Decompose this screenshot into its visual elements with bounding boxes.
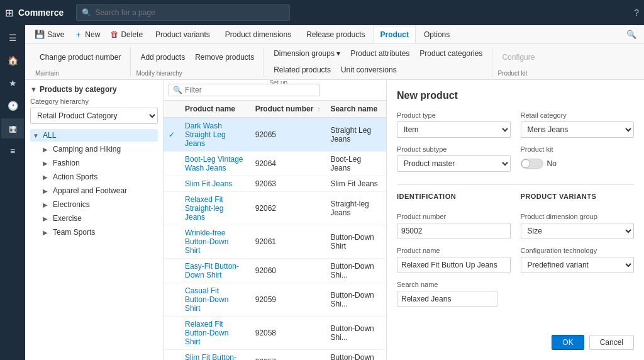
table-row: Easy-Fit Button-Down Shirt92060Button-Do…: [164, 259, 386, 283]
unit-conversions-btn[interactable]: Unit conversions: [336, 63, 401, 77]
product-name-cell[interactable]: Easy-Fit Button-Down Shirt: [180, 259, 250, 283]
new-icon: ＋: [74, 29, 82, 40]
field-product-dimension: Product dimension group Size: [521, 213, 635, 239]
top-nav: ⊞ Commerce 🔍 ?: [0, 0, 644, 25]
sidebar-icons: ☰ 🏠 ★ 🕐 ▦ ≡: [0, 25, 25, 360]
ribbon-btn-delete[interactable]: 🗑 Delete: [106, 27, 147, 42]
product-subtype-label: Product subtype: [397, 145, 511, 153]
form-row-number-dim: Product number Product dimension group S…: [397, 213, 634, 239]
products-toolbar: 🔍: [164, 80, 386, 101]
sidebar-recent-icon[interactable]: 🕐: [1, 96, 24, 116]
col-product-number[interactable]: Product number ↑: [250, 101, 326, 118]
config-tech-select[interactable]: Predefined variant: [521, 257, 635, 273]
filter-input[interactable]: [185, 86, 315, 94]
remove-products-btn[interactable]: Remove products: [191, 50, 258, 64]
check-icon: ✓: [169, 130, 175, 139]
retail-category-select[interactable]: Mens Jeans: [521, 121, 635, 138]
cancel-button[interactable]: Cancel: [589, 335, 634, 350]
field-product-name: Product name: [397, 247, 511, 273]
tab-options[interactable]: Options: [417, 26, 457, 43]
tree-item-electronics[interactable]: ▶ Electronics: [40, 198, 158, 211]
product-name-cell[interactable]: Slim Fit Jeans: [180, 176, 250, 192]
tree-item-camping[interactable]: ▶ Camping and Hiking: [40, 143, 158, 155]
ribbon-btn-new[interactable]: ＋ New: [70, 26, 104, 43]
ok-button[interactable]: OK: [552, 335, 584, 350]
product-type-select[interactable]: Item: [397, 121, 511, 138]
row-check-cell: [164, 192, 180, 225]
field-variants-header: PRODUCT VARIANTS: [521, 190, 635, 205]
tree-item-action[interactable]: ▶ Action Sports: [40, 171, 158, 183]
product-number-cell: 92060: [250, 259, 326, 283]
ribbon-search-icon[interactable]: 🔍: [624, 27, 639, 42]
col-search-name[interactable]: Search name: [325, 101, 386, 118]
apps-icon[interactable]: ⊞: [5, 7, 13, 19]
content-area: 💾 Save ＋ New 🗑 Delete Product variants P…: [25, 25, 644, 360]
tree-item-exercise[interactable]: ▶ Exercise: [40, 212, 158, 225]
search-name-input[interactable]: [397, 291, 497, 307]
filter-input-wrapper[interactable]: 🔍: [169, 84, 319, 96]
col-product-name[interactable]: Product name: [180, 101, 250, 118]
config-tech-label: Configuration technology: [521, 247, 635, 254]
tree-collapse-icon6: ▶: [43, 215, 50, 222]
table-row: Slim Fit Jeans92063Slim Fit Jeans: [164, 176, 386, 192]
product-name-cell[interactable]: Boot-Leg Vintage Wash Jeans: [180, 152, 250, 176]
product-subtype-select[interactable]: Product master: [397, 155, 511, 172]
category-dropdown[interactable]: Retail Product Category: [30, 108, 158, 124]
tree-item-fashion[interactable]: ▶ Fashion: [40, 157, 158, 169]
retail-category-label: Retail category: [521, 111, 635, 119]
product-name-cell[interactable]: Wrinkle-free Button-Down Shirt: [180, 225, 250, 259]
product-number-input[interactable]: [397, 223, 511, 239]
tab-product-dimensions[interactable]: Product dimensions: [218, 26, 298, 43]
table-row: Relaxed Fit Straight-leg Jeans92062Strai…: [164, 192, 386, 225]
sidebar-workspace-icon[interactable]: ▦: [1, 118, 24, 138]
product-name-cell[interactable]: Slim Fit Button-Down Shirt: [180, 350, 250, 361]
dimension-groups-btn[interactable]: Dimension groups ▾: [269, 47, 345, 60]
page-content: ▼ Products by category Category hierarch…: [25, 80, 644, 360]
product-name-cell[interactable]: Relaxed Fit Button-Down Shirt: [180, 317, 250, 350]
tab-release-products[interactable]: Release products: [299, 26, 372, 43]
add-products-btn[interactable]: Add products: [136, 50, 189, 64]
sidebar-bookmark-icon[interactable]: ★: [1, 73, 24, 93]
right-panel: New product Product type Item Retail cat…: [386, 80, 644, 360]
row-check-cell: [164, 176, 180, 192]
product-categories-btn[interactable]: Product categories: [415, 47, 487, 60]
global-search-input[interactable]: [95, 8, 284, 17]
help-icon[interactable]: ?: [634, 8, 639, 18]
row-check-cell: [164, 350, 180, 361]
configure-btn[interactable]: Configure: [497, 50, 539, 64]
tree-item-team[interactable]: ▶ Team Sports: [40, 226, 158, 239]
maintain-btns: Change product number: [35, 47, 125, 67]
form-row-name-config: Product name Configuration technology Pr…: [397, 247, 634, 273]
tree-collapse-icon3: ▶: [43, 174, 50, 181]
field-config-tech: Configuration technology Predefined vari…: [521, 247, 635, 273]
product-attributes-btn[interactable]: Product attributes: [346, 47, 414, 60]
product-kit-no: No: [547, 159, 557, 168]
search-name-cell: Button-Down Shirt: [325, 225, 386, 259]
product-dimension-select[interactable]: Size: [521, 223, 635, 239]
related-products-btn[interactable]: Related products: [269, 63, 335, 77]
change-product-number-btn[interactable]: Change product number: [35, 50, 125, 64]
tree-item-apparel[interactable]: ▶ Apparel and Footwear: [40, 184, 158, 197]
tab-product[interactable]: Product: [374, 26, 416, 43]
field-product-type: Product type Item: [397, 111, 511, 138]
product-name-cell[interactable]: Dark Wash Straight Leg Jeans: [180, 118, 250, 152]
table-row: ✓Dark Wash Straight Leg Jeans92065Straig…: [164, 118, 386, 152]
row-check-cell: [164, 225, 180, 259]
tree-item-all[interactable]: ▼ ALL: [30, 129, 158, 142]
sidebar-list-icon[interactable]: ≡: [1, 141, 24, 161]
tab-product-variants[interactable]: Product variants: [148, 26, 217, 43]
sidebar-nav-icon[interactable]: 🏠: [1, 50, 24, 70]
sidebar-home-icon[interactable]: ☰: [1, 28, 24, 48]
product-name-cell[interactable]: Relaxed Fit Straight-leg Jeans: [180, 192, 250, 225]
product-name-cell[interactable]: Casual Fit Button-Down Shirt: [180, 283, 250, 317]
col-check: [164, 101, 180, 118]
modify-label: Modify hierarchy: [136, 69, 182, 77]
category-panel: ▼ Products by category Category hierarch…: [25, 80, 164, 360]
tree-collapse-icon5: ▶: [43, 201, 50, 208]
global-search-bar[interactable]: 🔍: [76, 4, 290, 21]
product-kit-toggle[interactable]: [521, 159, 543, 169]
tree-collapse-icon2: ▶: [43, 160, 50, 167]
ribbon-btn-save[interactable]: 💾 Save: [30, 27, 69, 42]
table-body: ✓Dark Wash Straight Leg Jeans92065Straig…: [164, 118, 386, 360]
product-name-input[interactable]: [397, 257, 511, 273]
